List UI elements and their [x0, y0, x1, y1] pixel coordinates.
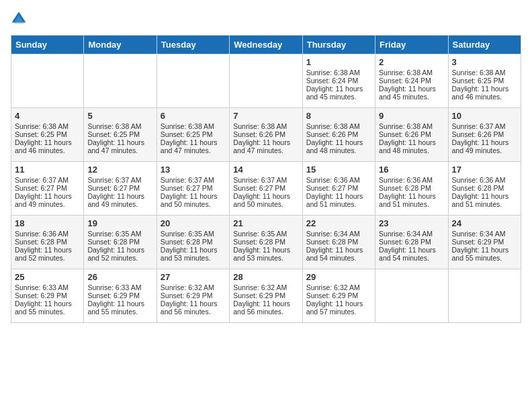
logo-icon: [11, 11, 27, 27]
daylight-text: Daylight: 11 hours and 46 minutes.: [452, 85, 517, 101]
day-number: 14: [233, 165, 298, 175]
sunset-text: Sunset: 6:29 PM: [161, 291, 226, 300]
sunset-text: Sunset: 6:28 PM: [87, 238, 152, 246]
daylight-text: Daylight: 11 hours and 54 minutes.: [379, 246, 444, 262]
calendar-cell: 8Sunrise: 6:38 AMSunset: 6:26 PMDaylight…: [302, 108, 375, 162]
calendar-cell: [84, 54, 157, 108]
daylight-text: Daylight: 11 hours and 46 minutes.: [15, 138, 80, 154]
daylight-text: Daylight: 11 hours and 52 minutes.: [87, 246, 152, 262]
daylight-text: Daylight: 11 hours and 53 minutes.: [161, 246, 226, 262]
day-number: 12: [87, 165, 152, 175]
day-header: Sunday: [11, 36, 84, 54]
day-number: 4: [15, 111, 80, 121]
sunrise-text: Sunrise: 6:38 AM: [306, 68, 371, 77]
sunset-text: Sunset: 6:28 PM: [15, 238, 80, 246]
day-number: 17: [452, 165, 517, 175]
sunrise-text: Sunrise: 6:38 AM: [15, 122, 80, 130]
calendar-cell: 18Sunrise: 6:36 AMSunset: 6:28 PMDayligh…: [11, 216, 84, 269]
sunrise-text: Sunrise: 6:36 AM: [379, 176, 444, 184]
calendar-week-row: 4Sunrise: 6:38 AMSunset: 6:25 PMDaylight…: [11, 108, 521, 162]
calendar-cell: 4Sunrise: 6:38 AMSunset: 6:25 PMDaylight…: [11, 108, 84, 162]
daylight-text: Daylight: 11 hours and 49 minutes.: [15, 192, 80, 208]
calendar-cell: 28Sunrise: 6:32 AMSunset: 6:29 PMDayligh…: [230, 269, 302, 323]
sunrise-text: Sunrise: 6:38 AM: [379, 122, 444, 130]
sunrise-text: Sunrise: 6:35 AM: [87, 230, 152, 238]
sunset-text: Sunset: 6:29 PM: [233, 291, 298, 300]
sunrise-text: Sunrise: 6:36 AM: [452, 176, 517, 184]
sunset-text: Sunset: 6:28 PM: [452, 184, 517, 192]
calendar-cell: [375, 269, 448, 323]
day-number: 5: [87, 111, 152, 121]
day-number: 16: [379, 165, 444, 175]
day-number: 23: [379, 218, 444, 228]
day-header: Wednesday: [230, 36, 302, 54]
sunset-text: Sunset: 6:26 PM: [306, 130, 371, 138]
day-number: 21: [233, 218, 298, 228]
day-number: 18: [15, 218, 80, 228]
calendar-cell: 2Sunrise: 6:38 AMSunset: 6:24 PMDaylight…: [375, 54, 448, 108]
daylight-text: Daylight: 11 hours and 55 minutes.: [87, 300, 152, 316]
calendar-cell: 24Sunrise: 6:34 AMSunset: 6:29 PMDayligh…: [448, 216, 521, 269]
logo: [11, 11, 30, 27]
day-number: 19: [87, 218, 152, 228]
daylight-text: Daylight: 11 hours and 56 minutes.: [161, 300, 226, 316]
sunrise-text: Sunrise: 6:36 AM: [306, 176, 371, 184]
calendar-cell: 23Sunrise: 6:34 AMSunset: 6:28 PMDayligh…: [375, 216, 448, 269]
calendar-cell: [448, 269, 521, 323]
daylight-text: Daylight: 11 hours and 48 minutes.: [306, 138, 371, 154]
sunset-text: Sunset: 6:26 PM: [233, 130, 298, 138]
calendar-cell: 6Sunrise: 6:38 AMSunset: 6:25 PMDaylight…: [157, 108, 229, 162]
sunrise-text: Sunrise: 6:38 AM: [306, 122, 371, 130]
daylight-text: Daylight: 11 hours and 47 minutes.: [161, 138, 226, 154]
day-header: Tuesday: [157, 36, 229, 54]
daylight-text: Daylight: 11 hours and 50 minutes.: [161, 192, 226, 208]
calendar-cell: 11Sunrise: 6:37 AMSunset: 6:27 PMDayligh…: [11, 162, 84, 216]
sunrise-text: Sunrise: 6:37 AM: [452, 122, 517, 130]
day-number: 11: [15, 165, 80, 175]
sunset-text: Sunset: 6:29 PM: [306, 291, 371, 300]
calendar-cell: 15Sunrise: 6:36 AMSunset: 6:27 PMDayligh…: [302, 162, 375, 216]
daylight-text: Daylight: 11 hours and 51 minutes.: [306, 192, 371, 208]
calendar-cell: 13Sunrise: 6:37 AMSunset: 6:27 PMDayligh…: [157, 162, 229, 216]
day-number: 27: [161, 272, 226, 282]
calendar-cell: 29Sunrise: 6:32 AMSunset: 6:29 PMDayligh…: [302, 269, 375, 323]
day-number: 7: [233, 111, 298, 121]
sunrise-text: Sunrise: 6:32 AM: [161, 283, 226, 291]
sunrise-text: Sunrise: 6:38 AM: [87, 122, 152, 130]
sunset-text: Sunset: 6:28 PM: [379, 238, 444, 246]
sunset-text: Sunset: 6:25 PM: [452, 77, 517, 85]
sunset-text: Sunset: 6:27 PM: [233, 184, 298, 192]
calendar-cell: 26Sunrise: 6:33 AMSunset: 6:29 PMDayligh…: [84, 269, 157, 323]
calendar-cell: 14Sunrise: 6:37 AMSunset: 6:27 PMDayligh…: [230, 162, 302, 216]
sunrise-text: Sunrise: 6:38 AM: [161, 122, 226, 130]
day-number: 1: [306, 57, 371, 67]
sunset-text: Sunset: 6:27 PM: [87, 184, 152, 192]
sunset-text: Sunset: 6:29 PM: [452, 238, 517, 246]
sunrise-text: Sunrise: 6:34 AM: [379, 230, 444, 238]
day-number: 28: [233, 272, 298, 282]
sunset-text: Sunset: 6:28 PM: [306, 238, 371, 246]
sunrise-text: Sunrise: 6:33 AM: [15, 283, 80, 291]
daylight-text: Daylight: 11 hours and 55 minutes.: [15, 300, 80, 316]
page-header: [11, 11, 521, 27]
day-number: 3: [452, 57, 517, 67]
calendar-cell: [11, 54, 84, 108]
day-number: 9: [379, 111, 444, 121]
calendar-cell: 27Sunrise: 6:32 AMSunset: 6:29 PMDayligh…: [157, 269, 229, 323]
day-number: 2: [379, 57, 444, 67]
calendar-cell: 3Sunrise: 6:38 AMSunset: 6:25 PMDaylight…: [448, 54, 521, 108]
calendar-cell: 10Sunrise: 6:37 AMSunset: 6:26 PMDayligh…: [448, 108, 521, 162]
daylight-text: Daylight: 11 hours and 51 minutes.: [452, 192, 517, 208]
sunset-text: Sunset: 6:25 PM: [87, 130, 152, 138]
day-number: 6: [161, 111, 226, 121]
day-header: Friday: [375, 36, 448, 54]
sunrise-text: Sunrise: 6:32 AM: [306, 283, 371, 291]
sunrise-text: Sunrise: 6:37 AM: [161, 176, 226, 184]
sunset-text: Sunset: 6:28 PM: [161, 238, 226, 246]
calendar-week-row: 18Sunrise: 6:36 AMSunset: 6:28 PMDayligh…: [11, 216, 521, 269]
day-number: 15: [306, 165, 371, 175]
day-header: Saturday: [448, 36, 521, 54]
day-number: 29: [306, 272, 371, 282]
sunrise-text: Sunrise: 6:34 AM: [306, 230, 371, 238]
day-number: 13: [161, 165, 226, 175]
